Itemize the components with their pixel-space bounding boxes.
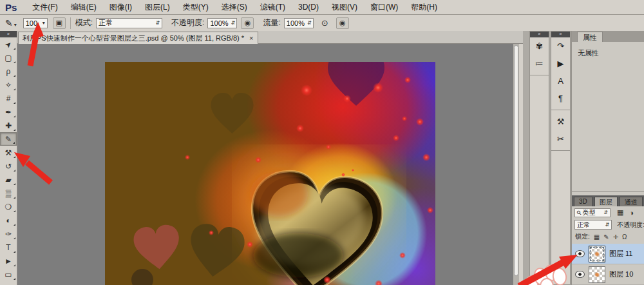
character-panel-icon[interactable]: A <box>551 72 570 90</box>
marquee-icon: ▢ <box>5 54 12 63</box>
tool-brush-selected[interactable]: ✎ <box>0 132 17 146</box>
filter-adjustment-icon[interactable]: ◑ <box>629 209 634 217</box>
tab-3d[interactable]: 3D <box>574 197 592 206</box>
tab-channels[interactable]: 通道 <box>620 197 643 206</box>
move-icon: ➤ <box>3 39 14 50</box>
menu-select[interactable]: 选择(S) <box>215 1 254 14</box>
flow-select[interactable]: 100% ⇵ <box>284 18 314 28</box>
flow-label: 流量: <box>263 17 280 28</box>
collapse-strip-icon[interactable]: » <box>551 32 570 37</box>
pressure-opacity-button[interactable]: ◉ <box>241 17 254 29</box>
scrollbar-thumb[interactable] <box>514 45 518 276</box>
eyedropper-icon: ✒ <box>5 108 12 117</box>
brush-size-value: 100 <box>26 19 37 27</box>
layer-blend-mode-select[interactable]: 正常 ⇵ <box>574 220 612 230</box>
actions-panel-icon[interactable]: ▶ <box>551 55 570 72</box>
visibility-eye-icon[interactable] <box>575 271 585 278</box>
tool-history-brush[interactable]: ↺ <box>0 159 17 173</box>
tool-gradient[interactable]: ▒ <box>0 186 17 200</box>
tool-rect-marquee[interactable]: ▢ <box>0 51 17 64</box>
tool-pen[interactable]: ✑ <box>0 227 17 241</box>
canvas-workspace[interactable] <box>17 44 519 285</box>
menu-filter[interactable]: 滤镜(T) <box>254 1 292 14</box>
menu-view[interactable]: 视图(V) <box>325 1 364 14</box>
blur-icon: ❍ <box>5 202 12 211</box>
menu-help[interactable]: 帮助(H) <box>404 1 444 14</box>
dodge-icon: ◐ <box>6 216 10 225</box>
tool-blur[interactable]: ❍ <box>0 200 17 213</box>
photoshop-logo: Ps <box>5 2 17 13</box>
path-selection-icon: ► <box>5 257 12 266</box>
filter-type-label: 类型 <box>583 208 596 217</box>
clone-source-panel-icon[interactable]: ≔ <box>530 55 549 72</box>
layer-filter-type-select[interactable]: ⚲ 类型 ⇵ <box>574 208 611 217</box>
lock-paint-icon[interactable]: ✎ <box>603 233 609 241</box>
properties-tab-strip: 属性 <box>572 31 644 42</box>
brush-size-input[interactable]: 100 ▾ <box>23 18 48 28</box>
type-icon: T <box>6 243 10 252</box>
tool-eyedropper[interactable]: ✒ <box>0 105 17 119</box>
layer-row-10[interactable]: 图层 10 <box>572 264 644 285</box>
close-tab-icon[interactable]: × <box>249 34 253 42</box>
airbrush-icon[interactable]: ⊙ <box>321 18 328 28</box>
document-tab[interactable]: 利用PS快速制作一个心型背景图层之三.psd @ 50% (图层 11, RGB… <box>18 32 258 44</box>
pressure-size-button[interactable]: ◉ <box>336 17 349 29</box>
canvas-image-heart-artwork[interactable] <box>105 62 435 285</box>
divider <box>70 17 71 29</box>
collapse-strip-icon[interactable]: » <box>530 32 549 37</box>
filter-pixel-icon[interactable]: ▦ <box>617 208 623 217</box>
eraser-icon: ▰ <box>5 175 11 184</box>
tab-properties[interactable]: 属性 <box>577 32 603 42</box>
layer-thumbnail[interactable] <box>589 246 605 262</box>
tool-type[interactable]: T <box>0 241 17 254</box>
stamp-panel-icon[interactable]: ⚒ <box>551 113 570 130</box>
combo-arrows-icon: ⇵ <box>305 20 312 26</box>
tool-path-selection[interactable]: ► <box>0 254 17 268</box>
brush-panel-glyph: ✾ <box>536 41 543 51</box>
visibility-eye-icon[interactable] <box>575 250 585 257</box>
menu-image[interactable]: 图像(I) <box>103 1 138 14</box>
divider <box>551 110 570 110</box>
menu-window[interactable]: 窗口(W) <box>364 1 404 14</box>
menu-type[interactable]: 类型(Y) <box>176 1 215 14</box>
tool-shape[interactable]: ▭ <box>0 268 17 281</box>
collapsed-panel-strip-b: » ↷ ▶ A ¶ ⚒ ✂ <box>551 31 571 285</box>
opacity-select[interactable]: 100% ⇵ <box>207 18 237 28</box>
canvas-vertical-scrollbar[interactable] <box>513 44 519 285</box>
flow-value: 100% <box>287 19 305 27</box>
collapsed-panel-strip-a: » ✾ ≔ <box>529 31 549 285</box>
brush-preset-caret-icon[interactable]: ▾ <box>14 22 17 28</box>
toggle-brush-panel-button[interactable]: ▣ <box>53 17 66 29</box>
layer-blend-value: 正常 <box>577 221 590 230</box>
tool-lasso[interactable]: ρ <box>0 64 17 78</box>
tab-layers[interactable]: 图层 <box>594 197 618 206</box>
lasso-icon: ρ <box>6 67 11 76</box>
tool-crop[interactable]: # <box>0 92 17 105</box>
tool-eraser[interactable]: ▰ <box>0 173 17 186</box>
tool-spot-healing[interactable]: ✚ <box>0 119 17 132</box>
scissors-icon[interactable]: ✂ <box>551 130 570 148</box>
paragraph-panel-icon[interactable]: ¶ <box>551 90 570 107</box>
tool-move[interactable]: ➤ <box>0 37 17 51</box>
lock-position-icon[interactable]: ✛ <box>613 233 618 241</box>
lock-transparency-icon[interactable]: ▦ <box>594 233 600 241</box>
blend-mode-value: 正常 <box>99 18 113 28</box>
clone-source-glyph: ≔ <box>535 59 544 68</box>
history-panel-icon[interactable]: ↷ <box>551 37 570 55</box>
collapse-toolbar-button[interactable]: » <box>0 31 17 37</box>
layer-row-11[interactable]: 图层 11 <box>572 244 644 264</box>
brush-panel-icon[interactable]: ✾ <box>530 37 549 55</box>
blend-mode-select[interactable]: 正常 ⇵ <box>96 18 162 28</box>
menu-edit[interactable]: 编辑(E) <box>64 1 103 14</box>
menu-3d[interactable]: 3D(D) <box>292 1 325 14</box>
layer-thumbnail[interactable] <box>589 266 605 283</box>
menu-layer[interactable]: 图层(L) <box>138 1 176 14</box>
tool-clone-stamp[interactable]: ⚒ <box>0 146 17 159</box>
brush-preset-icon[interactable]: ✎ <box>5 18 13 28</box>
menu-file[interactable]: 文件(F) <box>26 1 64 14</box>
layers-filter-row: ⚲ 类型 ⇵ ▦ ◑ <box>572 206 644 219</box>
brush-size-caret-icon[interactable]: ▾ <box>40 20 45 26</box>
lock-all-icon[interactable]: Ω <box>622 233 627 241</box>
tool-quick-selection[interactable]: ✧ <box>0 78 17 92</box>
tool-dodge[interactable]: ◐ <box>0 213 17 227</box>
